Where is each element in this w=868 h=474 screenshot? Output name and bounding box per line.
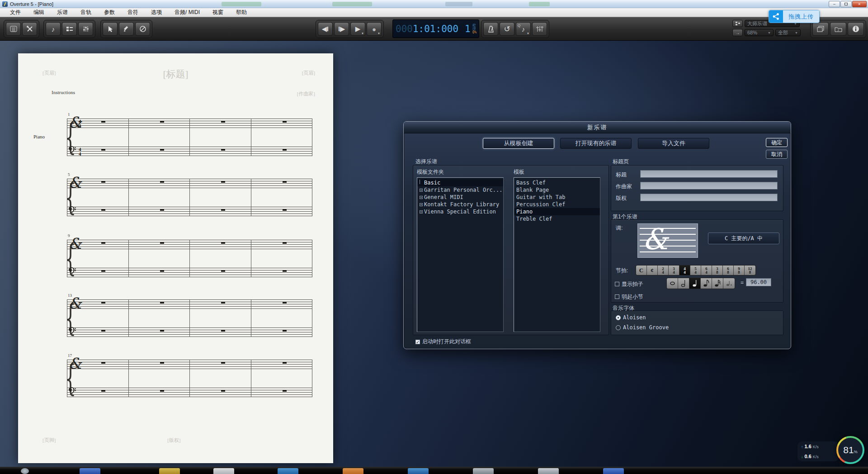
taskbar-app-icon[interactable] [343, 468, 363, 474]
step-forward-button[interactable]: ▶ [334, 22, 349, 36]
tab-create-from-template[interactable]: 从模板创建 [483, 138, 554, 149]
cancel-button[interactable]: 取消 [766, 150, 788, 159]
scope-select[interactable]: 全部▼ [775, 29, 801, 36]
taskbar-app-icon[interactable] [80, 468, 100, 474]
template-item[interactable]: Blank Page [514, 186, 600, 194]
play-dropdown-caret[interactable]: ▼ [361, 32, 364, 35]
copyright-placeholder[interactable]: [版权] [167, 437, 180, 444]
instrument-label[interactable]: Piano [33, 134, 45, 139]
meter-6-8-button[interactable]: 68 [723, 265, 734, 275]
tree-expand-icon[interactable] [420, 210, 423, 213]
dotted-note-button[interactable] [723, 278, 735, 289]
menu-params[interactable]: 参数 [98, 8, 121, 17]
taskbar-app-icon[interactable] [538, 468, 559, 474]
metronome-button[interactable] [483, 22, 498, 36]
meter-3-8-button[interactable]: 38 [712, 265, 723, 275]
menu-file[interactable]: 文件 [4, 8, 27, 17]
folder-item[interactable]: General MIDI [417, 194, 503, 201]
maximize-button[interactable] [840, 1, 852, 7]
folder-item[interactable]: Garritan Personal Orc... [417, 186, 503, 194]
ok-button[interactable]: 确定 [766, 138, 788, 147]
startup-checkbox-row[interactable]: ✓启动时打开此对话框 [415, 338, 471, 346]
rewind-button[interactable]: ◀ [318, 22, 333, 36]
menu-help[interactable]: 帮助 [230, 8, 253, 17]
template-item[interactable]: Percussion Clef [514, 201, 600, 208]
template-folders-list[interactable]: Basic Garritan Personal Orc... General M… [417, 177, 504, 332]
meter-2-4-button[interactable]: 24 [658, 265, 669, 275]
copyright-input[interactable] [640, 194, 778, 201]
title-input[interactable] [640, 170, 778, 178]
music-font-option[interactable]: Aloisen Groove [616, 324, 669, 331]
network-speed-widget[interactable]: ↑1.6K/s ↓0.6K/s [797, 441, 839, 461]
score-title-placeholder[interactable]: [标题] [18, 68, 333, 81]
zoom-select[interactable]: 68%▼ [745, 29, 774, 36]
setup-tools-button[interactable] [22, 22, 37, 36]
music-font-option[interactable]: Aloisen [616, 314, 646, 321]
mixer-button[interactable] [78, 22, 93, 36]
meter-9-8-button[interactable]: 98 [734, 265, 745, 275]
library-button[interactable]: ♪ [830, 22, 846, 36]
meter-3-4-button[interactable]: 34 [669, 265, 679, 275]
quantize-button[interactable]: Q♪▼ [516, 22, 531, 36]
instructions-text[interactable]: Instructions [52, 90, 75, 95]
show-beats-checkbox-row[interactable]: 显示拍子 [615, 280, 643, 288]
tab-open-existing[interactable]: 打开现有的乐谱 [560, 138, 632, 149]
show-beats-checkbox[interactable] [615, 282, 619, 286]
half-note-button[interactable] [678, 278, 689, 289]
taskbar-app-icon[interactable] [473, 468, 494, 474]
staff-system-1[interactable]: 1 { Piano & 44 44 [67, 118, 312, 156]
taskbar-app-icon[interactable] [213, 468, 234, 474]
taskbar-app-icon[interactable] [603, 468, 624, 474]
tree-expand-icon[interactable] [420, 196, 423, 199]
record-dropdown-caret[interactable]: ▼ [377, 32, 380, 35]
quarter-note-button[interactable] [689, 278, 701, 289]
template-item[interactable]: Guitar with Tab [514, 194, 600, 201]
menu-edit[interactable]: 编辑 [27, 8, 51, 17]
goto-button[interactable]: → [732, 29, 743, 36]
staff-system-5[interactable]: 17 { & [67, 360, 312, 397]
template-item[interactable]: Treble Clef [514, 215, 600, 223]
staff-system-4[interactable]: 13 { & [67, 299, 312, 337]
score-view-button[interactable] [6, 22, 21, 36]
copy-pages-button[interactable] [812, 22, 829, 36]
eighth-note-button[interactable] [701, 278, 712, 289]
pencil-tool-button[interactable] [119, 22, 134, 36]
notation-window-button[interactable]: ♪ [46, 22, 61, 36]
tab-import-file[interactable]: 导入文件 [638, 138, 709, 149]
composer-input[interactable] [640, 182, 778, 190]
folder-item[interactable]: Kontakt Factory Library [417, 201, 503, 208]
meter-cut-button[interactable]: ¢ [647, 265, 658, 275]
taskbar-app-icon[interactable] [159, 468, 180, 474]
loop-button[interactable]: ↺ [500, 22, 514, 36]
menu-score[interactable]: 乐谱 [51, 8, 74, 17]
tree-expand-icon[interactable] [420, 203, 423, 206]
menu-options[interactable]: 选项 [145, 8, 168, 17]
menu-window[interactable]: 视窗 [206, 8, 230, 17]
menu-notes[interactable]: 音符 [121, 8, 145, 17]
whole-note-button[interactable] [667, 278, 678, 289]
score-page[interactable]: [页眉] [标题] [页眉] Instructions [作曲家] 1 { Pi… [18, 53, 333, 463]
fader-panel-button[interactable] [532, 22, 547, 36]
start-orb-icon[interactable] [21, 468, 29, 474]
track-list-button[interactable] [62, 22, 77, 36]
taskbar[interactable] [0, 467, 868, 474]
meter-common-button[interactable]: C [636, 265, 647, 275]
template-item[interactable]: Piano [514, 208, 600, 215]
layout-button[interactable] [732, 20, 743, 27]
header-right-placeholder[interactable]: [页眉] [302, 70, 315, 76]
folder-item[interactable]: Basic [417, 179, 503, 186]
taskbar-app-icon[interactable] [278, 468, 298, 474]
footer-placeholder[interactable]: [页脚] [42, 437, 56, 444]
menu-audio-midi[interactable]: 音频/ MIDI [168, 8, 206, 17]
pickup-checkbox-row[interactable]: 弱起小节 [615, 293, 643, 301]
meter-12-8-button[interactable]: 128 [745, 265, 755, 275]
meter-4-4-button[interactable]: 44 [679, 265, 690, 275]
drag-upload-overlay[interactable]: 拖拽上传 [769, 10, 820, 23]
tree-expand-icon[interactable] [420, 189, 423, 192]
folder-item[interactable]: Vienna Special Edition [417, 208, 503, 215]
meter-6-4-button[interactable]: 64 [701, 265, 712, 275]
close-button[interactable]: × [852, 1, 867, 7]
select-tool-button[interactable] [103, 22, 118, 36]
quantize-dropdown-caret[interactable]: ▼ [527, 32, 529, 35]
percent-gauge[interactable]: 81% [836, 436, 864, 464]
